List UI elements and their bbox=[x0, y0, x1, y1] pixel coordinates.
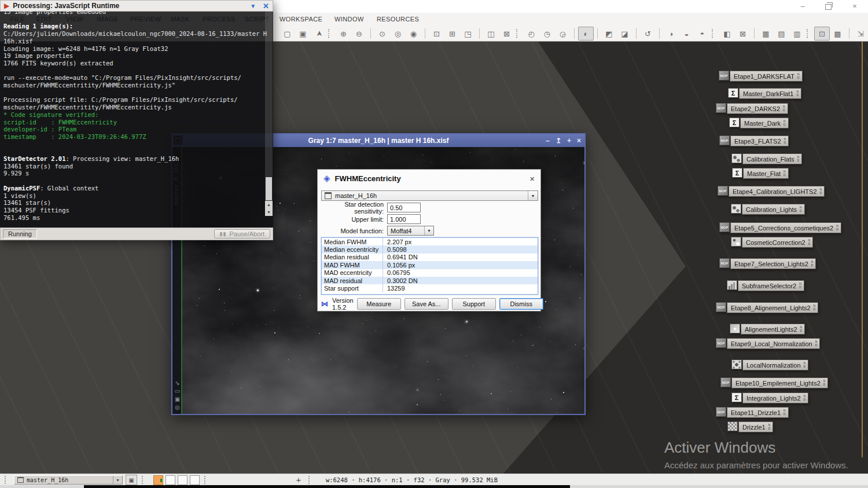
pan-mode-icon[interactable]: + bbox=[293, 475, 304, 485]
process-icon-Master_DarkFlat1[interactable]: ΣMaster_DarkFlat1ND bbox=[728, 88, 801, 99]
target-view-dropdown[interactable]: master_H_16h ▼ bbox=[321, 190, 538, 201]
zoom-custom-icon[interactable]: ◉ bbox=[406, 27, 421, 41]
upper-limit-input[interactable]: 1.000 bbox=[387, 214, 421, 224]
duplicate-view-icon[interactable]: ▣ bbox=[175, 396, 180, 402]
rotate-90cw-icon[interactable]: ◴ bbox=[524, 27, 539, 41]
console-scrollbar[interactable]: ▲ ▼ bbox=[265, 12, 273, 215]
history-next-icon[interactable]: ◓ bbox=[694, 27, 710, 41]
undo-icon[interactable]: ↺ bbox=[640, 27, 656, 41]
process-icon-CosmeticCorrection2[interactable]: CosmeticCorrection2ND bbox=[731, 237, 813, 248]
sensitivity-input[interactable]: 0.50 bbox=[387, 203, 421, 212]
fwhm-eccentricity-dialog[interactable]: ◈ FWHMEccentricity × master_H_16h ▼ Star… bbox=[317, 169, 541, 311]
process-icon-Etape3_FLATS2[interactable]: NOPEtape3_FLATS2ND bbox=[719, 135, 789, 146]
rotate-180-icon[interactable]: ◶ bbox=[555, 27, 571, 41]
chevron-down-icon[interactable]: ▼ bbox=[113, 476, 122, 484]
restore-window-icon[interactable] bbox=[819, 2, 837, 11]
process-icon-SubframeSelector2[interactable]: SubframeSelector2ND bbox=[727, 280, 804, 291]
fit-window-icon[interactable]: ⇲ bbox=[853, 27, 868, 41]
chevron-down-icon[interactable]: ▼ bbox=[528, 191, 538, 200]
scrollbar-thumb[interactable] bbox=[266, 177, 272, 200]
console-titlebar[interactable]: ▶ Processing: JavaScript Runtime ▼ ✕ bbox=[0, 0, 273, 12]
drag-handle[interactable] bbox=[204, 476, 209, 484]
model-function-dropdown[interactable]: Moffat4 ▼ bbox=[387, 226, 434, 236]
workspace-square-1[interactable] bbox=[153, 475, 163, 485]
support-button[interactable]: Support bbox=[452, 298, 496, 310]
process-icon-Calibration_Lights[interactable]: Calibration_LightsND bbox=[731, 204, 805, 215]
menu-item-workspace[interactable]: WORKSPACE bbox=[279, 16, 322, 23]
process-icon-Etape8_Alignement_Lights2[interactable]: NOPEtape8_Alignement_Lights2ND bbox=[716, 302, 818, 313]
drag-handle[interactable] bbox=[5, 476, 9, 484]
save-swap-icon[interactable]: ◩ bbox=[601, 27, 617, 41]
measure-button[interactable]: Measure bbox=[357, 298, 401, 310]
process-icon-Etape9_Local_Normalization[interactable]: NOPEtape9_Local_NormalizationND bbox=[716, 338, 820, 349]
dialog-titlebar[interactable]: ◈ FWHMEccentricity × bbox=[318, 170, 540, 187]
minimize-window-icon[interactable]: – bbox=[794, 2, 811, 11]
close-window-icon[interactable]: × bbox=[846, 2, 863, 11]
split-view-icon[interactable]: ◫ bbox=[483, 27, 499, 41]
process-icon-Master_Flat[interactable]: ΣMaster_FlatND bbox=[732, 168, 789, 179]
view-thumbnail-button[interactable]: ▣ bbox=[126, 475, 137, 485]
image-shade-icon[interactable]: ↥ bbox=[556, 137, 561, 145]
new-image-icon[interactable]: ▢ bbox=[279, 27, 295, 41]
console-menu-icon[interactable]: ▼ bbox=[250, 3, 256, 9]
process-icon-LocalNormalization[interactable]: LocalNormalizationND bbox=[731, 359, 808, 370]
restore-swap-icon[interactable]: ◪ bbox=[617, 27, 632, 41]
process-icon-Etape4_Calibration_LIGHTS2[interactable]: NOPEtape4_Calibration_LIGHTS2ND bbox=[718, 186, 825, 197]
dock-left-icon[interactable]: ◧ bbox=[719, 27, 735, 41]
process-console-window[interactable]: 15 image properties embedded Reading 1 i… bbox=[0, 0, 273, 240]
process-icon-Etape5_Corrections_cosmetiques2[interactable]: NOPEtape5_Corrections_cosmetiques2ND bbox=[719, 222, 841, 233]
pointer-icon[interactable]: ➤ bbox=[312, 26, 326, 42]
drag-handle[interactable] bbox=[142, 476, 146, 484]
mask-show-icon[interactable]: ▦ bbox=[758, 27, 774, 41]
process-icon-Etape10_Empilement_Lights2[interactable]: NOPEtape10_Empilement_Lights2ND bbox=[720, 377, 828, 388]
screen-lut-icon[interactable]: ⊡ bbox=[814, 27, 830, 41]
stf-autostretch-icon[interactable]: ◐ bbox=[578, 27, 594, 41]
process-icon-Drizzle1[interactable]: Drizzle1ND bbox=[727, 421, 773, 432]
process-icon-Etape7_Selection_Lights2[interactable]: NOPEtape7_Selection_Lights2ND bbox=[719, 258, 816, 269]
save-as-button[interactable]: Save As... bbox=[404, 298, 448, 310]
chevron-down-icon[interactable]: ▼ bbox=[424, 226, 433, 235]
select-preview-icon[interactable]: ⊡ bbox=[429, 27, 444, 41]
image-close-icon[interactable]: × bbox=[577, 137, 581, 145]
process-icon-Integration_Lights2[interactable]: ΣIntegration_Lights2ND bbox=[731, 392, 808, 403]
menu-item-resources[interactable]: RESOURCES bbox=[377, 16, 419, 23]
process-icon-AlignementLights2[interactable]: ★AlignementLights2ND bbox=[730, 324, 805, 335]
pause-abort-button[interactable]: ▮▮ Pause/Abort bbox=[214, 229, 270, 239]
workspace-square-3[interactable] bbox=[178, 475, 187, 485]
mask-enable-icon[interactable]: ▤ bbox=[774, 27, 789, 41]
zoom-in-icon[interactable]: ⊕ bbox=[336, 27, 351, 41]
new-preview-icon[interactable]: ◳ bbox=[460, 27, 476, 41]
active-view-dropdown[interactable]: master_H_16h ▼ bbox=[14, 475, 123, 485]
mask-invert-icon[interactable]: ▥ bbox=[789, 27, 805, 41]
console-output[interactable]: 15 image properties embedded Reading 1 i… bbox=[0, 12, 273, 228]
resize-mode-icon[interactable]: ⇘ bbox=[175, 380, 179, 386]
console-close-icon[interactable]: ✕ bbox=[263, 2, 269, 10]
process-icon-Calibration_Flats[interactable]: Calibration_FlatsND bbox=[731, 153, 802, 164]
history-prev-icon[interactable]: ◑ bbox=[663, 27, 679, 41]
zoom-1-1-icon[interactable]: ⊙ bbox=[374, 27, 390, 41]
drag-handle[interactable] bbox=[308, 476, 313, 484]
close-view-icon[interactable]: ⊠ bbox=[735, 27, 751, 41]
menu-item-window[interactable]: WINDOW bbox=[334, 16, 364, 23]
open-image-icon[interactable]: ▣ bbox=[295, 27, 311, 41]
process-icon-Etape11_Drizzle1[interactable]: NOPEtape11_Drizzle1ND bbox=[716, 407, 789, 418]
process-icon-Etape1_DARKSFLAT[interactable]: NOPEtape1_DARKSFLATND bbox=[719, 71, 803, 82]
scroll-down-icon[interactable]: ▼ bbox=[265, 208, 273, 216]
dismiss-button[interactable]: Dismiss bbox=[499, 298, 543, 310]
rotate-90ccw-icon[interactable]: ◷ bbox=[539, 27, 555, 41]
image-maximize-icon[interactable]: + bbox=[567, 137, 571, 145]
zoom-to-fit-icon[interactable]: ◎ bbox=[390, 27, 406, 41]
crop-icon[interactable]: ⊠ bbox=[499, 27, 514, 41]
dynamic-preview-icon[interactable]: ⊞ bbox=[444, 27, 460, 41]
history-explorer-icon[interactable]: ◒ bbox=[679, 27, 694, 41]
workspace-square-4[interactable] bbox=[190, 475, 200, 485]
workspace-square-2[interactable] bbox=[165, 475, 175, 485]
image-minimize-icon[interactable]: – bbox=[546, 137, 550, 145]
readout-mode-icon[interactable]: ◎ bbox=[175, 404, 180, 410]
process-icon-Etape2_DARKS2[interactable]: NOPEtape2_DARKS2ND bbox=[716, 103, 788, 114]
zoom-out-icon[interactable]: ⊖ bbox=[351, 27, 367, 41]
scroll-up-icon[interactable]: ▲ bbox=[265, 201, 273, 208]
preview-frame-icon[interactable]: ▭ bbox=[175, 388, 180, 394]
dialog-close-icon[interactable]: × bbox=[529, 174, 535, 184]
screen-24bit-icon[interactable]: ▩ bbox=[830, 27, 845, 41]
